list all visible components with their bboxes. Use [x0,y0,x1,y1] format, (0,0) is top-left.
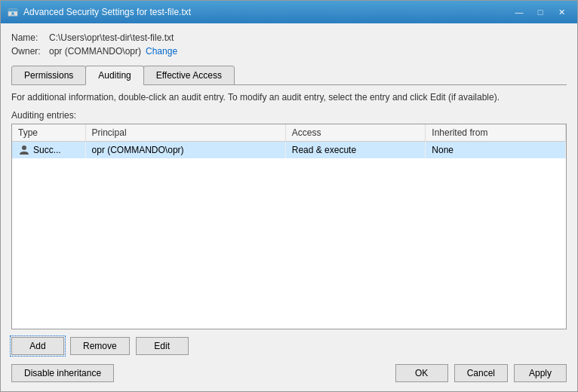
edit-button[interactable]: Edit [136,337,189,355]
disable-inheritance-button[interactable]: Disable inheritance [11,364,114,382]
owner-row: Owner: opr (COMMANDO\opr) Change [11,46,567,57]
apply-button[interactable]: Apply [514,364,567,382]
window-title: Advanced Security Settings for test-file… [23,7,509,17]
close-button[interactable]: ✕ [552,5,571,20]
action-buttons: Add Remove Edit [11,337,567,355]
window-icon [7,6,19,18]
owner-label: Owner: [11,46,49,57]
add-button[interactable]: Add [11,337,64,355]
section-label: Auditing entries: [11,110,567,121]
owner-value: opr (COMMANDO\opr) [49,46,141,57]
window-controls: — □ ✕ [509,5,571,20]
title-bar: Advanced Security Settings for test-file… [1,1,577,23]
main-window: Advanced Security Settings for test-file… [0,0,578,392]
col-header-type: Type [12,124,85,142]
remove-button[interactable]: Remove [70,337,130,355]
tab-effective-access[interactable]: Effective Access [143,66,235,85]
description-text: For additional information, double-click… [11,91,567,104]
col-header-principal: Principal [85,124,285,142]
col-header-access: Access [285,124,426,142]
dialog-buttons: OK Cancel Apply [395,364,567,382]
change-link[interactable]: Change [146,46,177,57]
cancel-button[interactable]: Cancel [454,364,508,382]
bottom-row: Disable inheritance OK Cancel Apply [11,361,567,382]
svg-rect-1 [8,9,17,12]
minimize-button[interactable]: — [509,5,529,20]
tab-auditing[interactable]: Auditing [85,66,143,85]
content-area: Name: C:\Users\opr\test-dir\test-file.tx… [1,23,577,391]
auditing-entries-table[interactable]: Type Principal Access Inherited from [11,124,567,329]
name-row: Name: C:\Users\opr\test-dir\test-file.tx… [11,32,567,43]
maximize-button[interactable]: □ [530,5,550,20]
name-label: Name: [11,32,49,43]
table-header-row: Type Principal Access Inherited from [12,124,566,142]
cell-principal: opr (COMMANDO\opr) [85,141,285,158]
col-header-inherited: Inherited from [426,124,566,142]
ok-button[interactable]: OK [395,364,448,382]
svg-point-3 [22,145,26,150]
tab-bar: Permissions Auditing Effective Access [11,66,567,85]
cell-inherited: None [426,141,566,158]
user-icon [18,144,30,156]
entries-table: Type Principal Access Inherited from [12,124,566,158]
name-value: C:\Users\opr\test-dir\test-file.txt [49,32,174,43]
tab-permissions[interactable]: Permissions [11,66,86,85]
table-row[interactable]: Succ... opr (COMMANDO\opr) Read & execut… [12,141,566,158]
cell-type: Succ... [12,141,85,158]
cell-access: Read & execute [285,141,426,158]
